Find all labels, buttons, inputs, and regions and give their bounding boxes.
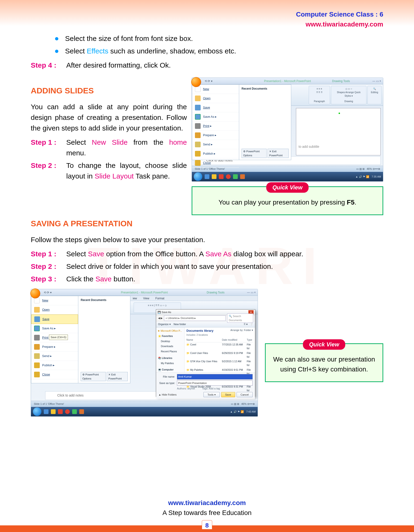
bullet-item: Select Effects such as underline, shadow… <box>54 46 383 56</box>
quickview-box-2: Quick View We can also save our presenta… <box>265 343 383 382</box>
menu-send[interactable]: Send ▸ <box>192 140 239 149</box>
recent-documents-panel: Recent Documents ⚙ PowerPoint Options ✕ … <box>239 85 291 160</box>
adding-intro: You can add a slide at any point during … <box>31 101 187 133</box>
taskbar: ▲ 🔊 ⚑ 📶7:35 AM <box>192 172 383 181</box>
adding-step1: Step 1 : Select New Slide from the home … <box>31 137 187 158</box>
drawing-tools-label: Drawing Tools <box>332 79 350 83</box>
save-button[interactable]: Save <box>221 392 235 398</box>
adding-step2: Step 2 : To change the layout, choose sl… <box>31 160 187 181</box>
footer-url: www.tiwariacademy.com <box>0 498 414 508</box>
menu-prepare[interactable]: Prepare ▸ <box>192 131 239 140</box>
dialog-sidebar[interactable]: ★ Microsoft Office P... ⭐ Favorites Desk… <box>156 327 184 372</box>
recent-documents-panel: Recent Documents ⚙ PowerPoint Options ✕ … <box>78 296 130 383</box>
start-button-icon[interactable] <box>194 172 202 181</box>
exit-button[interactable]: ✕ Exit PowerPoint <box>107 372 128 381</box>
taskbar: ▲ 🔊 ⚑ 📶7:43 AM <box>31 407 258 416</box>
hide-folders-button[interactable]: ▲ Hide Folders <box>158 393 176 397</box>
section-title-adding: ADDING SLIDES <box>31 85 187 97</box>
page-number: 8 <box>202 520 212 529</box>
exit-button[interactable]: ✕ Exit PowerPoint <box>268 149 289 158</box>
window-title: Presentation1 - Microsoft PowerPoint <box>192 79 383 83</box>
menu-new[interactable]: New <box>31 296 78 305</box>
slide-canvas[interactable]: to add subtitle ● <box>296 108 381 155</box>
menu-prepare[interactable]: Prepare ▸ <box>31 342 78 352</box>
menu-publish[interactable]: Publish ▸ <box>192 149 239 158</box>
class-label: Computer Science Class : 6 <box>296 10 383 19</box>
drawing-tools-label: Drawing Tools <box>207 290 224 294</box>
quickview-badge: Quick View <box>303 339 345 350</box>
menu-open[interactable]: Open <box>192 94 239 103</box>
menu-send[interactable]: Send ▸ <box>31 352 78 361</box>
step-4: Step 4 : After desired formatting, click… <box>31 60 383 70</box>
start-button-icon[interactable] <box>33 407 41 416</box>
saving-step2: Step 2 : Select drive or folder in which… <box>31 261 383 272</box>
step-label: Step 3 : <box>31 274 66 284</box>
powerpoint-screenshot-1: ⟲ ⟳ ▾ Presentation1 - Microsoft PowerPoi… <box>192 77 383 181</box>
saving-step3: Step 3 : Click the Save button. <box>31 274 383 284</box>
quickview-box-1: Quick View You can play your presentatio… <box>192 186 383 215</box>
filename-field[interactable]: File name:Amit Kumar <box>158 374 253 380</box>
title-bar: ⟲ ⟳ ▾ Presentation1 - Microsoft PowerPoi… <box>31 289 258 296</box>
menu-save[interactable]: Save <box>31 314 78 324</box>
title-bar: ⟲ ⟳ ▾ Presentation1 - Microsoft PowerPoi… <box>192 78 383 85</box>
menu-publish[interactable]: Publish ▸ <box>31 361 78 370</box>
office-button-icon[interactable] <box>30 288 40 298</box>
menu-open[interactable]: Open <box>31 305 78 314</box>
menu-close[interactable]: Close <box>31 370 78 379</box>
options-button[interactable]: ⚙ PowerPoint Options <box>81 372 106 381</box>
step-label: Step 1 : <box>31 248 66 259</box>
cancel-button[interactable]: Cancel <box>237 392 253 398</box>
menu-save[interactable]: Save <box>192 103 239 112</box>
options-button[interactable]: ⚙ PowerPoint Options <box>241 149 267 158</box>
tools-button[interactable]: Tools ▾ <box>203 392 220 398</box>
save-as-dialog[interactable]: 💾 Save As × ◀ ▶ « Libraries ▸ Documents … <box>156 309 255 397</box>
step-label: Step 2 : <box>31 261 66 272</box>
powerpoint-screenshot-2: ⟲ ⟳ ▾ Presentation1 - Microsoft PowerPoi… <box>31 289 258 417</box>
footer-tagline: A Step towards free Education <box>0 508 414 518</box>
address-bar[interactable]: ◀ ▶ « Libraries ▸ Documents ▸ 🔍 Search D… <box>156 315 255 321</box>
status-bar: Slide 1 of 1 'Office Theme' ▭ ▥ ⊞ 46% ⊖━… <box>31 401 258 407</box>
quickview-badge: Quick View <box>266 182 308 193</box>
menu-print[interactable]: Print ▸ <box>192 122 239 131</box>
step-label: Step 1 : <box>31 137 66 158</box>
menu-close[interactable]: Close <box>192 158 239 168</box>
menu-saveas[interactable]: Save As ▸ <box>31 324 78 333</box>
type-field[interactable]: Save as type:PowerPoint Presentation <box>158 380 253 386</box>
office-menu[interactable]: New Open Save Save As ▸ Print ▸ Prepare … <box>192 85 239 160</box>
bullet-item: Select the size of font from font size b… <box>54 33 383 44</box>
page-header: Computer Science Class : 6 www.tiwariaca… <box>296 10 383 29</box>
footer: www.tiwariacademy.com A Step towards fre… <box>0 498 414 518</box>
step-label: Step 2 : <box>31 160 66 181</box>
office-button-icon[interactable] <box>191 77 201 87</box>
save-tooltip: Save (Ctrl+S) <box>49 334 68 340</box>
link-effects: Effects <box>87 47 108 55</box>
bullet-list: Select the size of font from font size b… <box>54 33 383 56</box>
saving-step1: Step 1 : Select Save option from the Off… <box>31 248 383 259</box>
header-url: www.tiwariacademy.com <box>296 19 383 29</box>
menu-new[interactable]: New <box>192 85 239 94</box>
step-label: Step 4 : <box>31 60 66 70</box>
saving-intro: Follow the steps given below to save you… <box>31 234 383 245</box>
section-title-saving: SAVING A PRESENTATION <box>31 218 383 230</box>
file-list[interactable]: Documents library Includes: 2 locations … <box>184 327 255 372</box>
menu-saveas[interactable]: Save As ▸ <box>192 112 239 122</box>
